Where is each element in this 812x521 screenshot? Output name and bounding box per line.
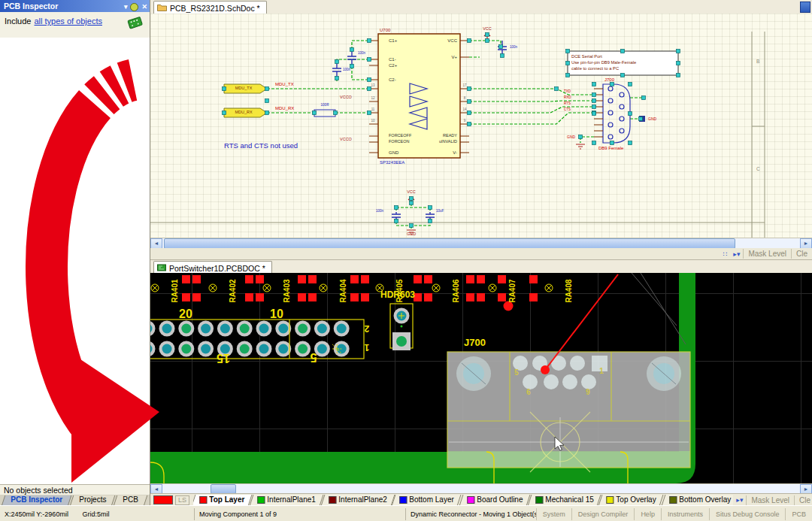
altium-window: PCB Inspector ▾ ✕ Includeall types of ob… <box>0 0 812 521</box>
clear-button[interactable]: Cle <box>794 495 812 505</box>
panel-tab-bar: PCB InspectorProjectsPCB <box>0 495 150 505</box>
status-menu-buttons: SystemDesign CompilerHelpInstrumentsSitu… <box>536 508 812 520</box>
schematic-hscrollbar[interactable]: ◄ ► <box>150 238 812 249</box>
pcb-tab-title: PortSwitcher1D.PCBDOC * <box>169 264 265 273</box>
include-filter-link[interactable]: all types of objects <box>34 17 102 26</box>
pcb-inspector-panel: PCB Inspector ▾ ✕ Includeall types of ob… <box>0 0 150 505</box>
panel-titlebar[interactable]: PCB Inspector ▾ ✕ <box>0 0 150 12</box>
pcb-doc-icon <box>157 264 166 273</box>
ratsnest-gray-lines <box>632 273 686 344</box>
ratsnest-endpoint-1 <box>504 301 514 311</box>
scrollbar-thumb[interactable] <box>164 238 735 249</box>
layer-color-icon <box>199 495 207 503</box>
status-bar: X:2450mil Y:-2960mil Grid:5mil Moving Co… <box>0 505 812 521</box>
selection-status: No objects selected <box>0 484 150 495</box>
status-button-design-compiler[interactable]: Design Compiler <box>571 508 635 520</box>
schematic-drawing <box>150 14 812 238</box>
scroll-right-icon[interactable]: ► <box>800 238 812 249</box>
layer-tabs: Top LayerInternalPlane1InternalPlane2Bot… <box>193 495 733 506</box>
transceiver-chip <box>369 34 469 158</box>
tab-scroll-button[interactable] <box>800 2 810 13</box>
mask-level-button[interactable]: Mask Level <box>743 249 791 259</box>
schematic-canvas[interactable]: U700SP3243EEAC1+C1-C2+C2-FORCEOFFFORCEON… <box>150 14 812 238</box>
panel-tab-pcb-inspector[interactable]: PCB Inspector <box>2 495 71 506</box>
resistor-array-pads <box>151 275 553 301</box>
hdr603-footprint <box>390 304 413 350</box>
header-pads <box>150 321 350 357</box>
layer-tab-mechanical-15[interactable]: Mechanical 15 <box>527 495 601 506</box>
pcb-chip-icon <box>126 15 144 32</box>
status-button-situs-debug-console[interactable]: Situs Debug Console <box>709 508 786 520</box>
snap-dots-icon[interactable]: ∷ <box>720 250 731 258</box>
schematic-doc-icon <box>157 4 167 13</box>
position-value: X:2450mil Y:-2960mil <box>5 510 68 518</box>
schematic-mask-bar: ∷ ▸▾ Mask Level Cle <box>150 248 812 259</box>
layer-color-icon <box>607 495 614 503</box>
schematic-tab-title: PCB_RS2321D.SchDoc * <box>170 4 260 13</box>
panel-menu-icon[interactable]: ▾ <box>124 1 128 13</box>
pcb-hscrollbar[interactable]: ◄ ► <box>150 483 812 494</box>
status-button-help[interactable]: Help <box>634 508 661 520</box>
panel-tab-pcb[interactable]: PCB <box>114 495 147 506</box>
editor-area: PCB_RS2321D.SchDoc * <box>150 0 812 505</box>
layer-tab-bottom-overlay[interactable]: Bottom Overlay <box>661 495 733 506</box>
db9-connector <box>603 84 630 143</box>
status-button-system[interactable]: System <box>536 508 571 520</box>
component-move-status: Moving Component 1 of 9 <box>194 508 405 520</box>
filter-icon[interactable]: ▸▾ <box>733 496 746 504</box>
layer-tab-internalplane2[interactable]: InternalPlane2 <box>320 495 394 506</box>
layer-color-icon <box>399 495 407 503</box>
panel-empty-area <box>0 38 150 484</box>
layer-color-icon <box>535 495 543 503</box>
ratsnest-endpoint-2 <box>541 365 550 374</box>
panel-close-icon[interactable]: ✕ <box>141 1 147 13</box>
status-button-pcb[interactable]: PCB <box>785 508 812 520</box>
pcb-canvas[interactable]: RA401RA402RA403RA404RA405RA406RA407RA408… <box>150 273 812 483</box>
status-button-instruments[interactable]: Instruments <box>661 508 709 520</box>
panel-title: PCB Inspector <box>4 2 58 11</box>
layer-tab-internalplane1[interactable]: InternalPlane1 <box>250 495 323 506</box>
pcb-tab-bar: PortSwitcher1D.PCBDOC * <box>150 259 812 274</box>
include-label: Include <box>5 17 31 26</box>
layer-tab-board-outline[interactable]: Board Outline <box>459 495 530 506</box>
layer-color-icon <box>669 495 677 503</box>
layer-tab-top-layer[interactable]: Top Layer <box>193 495 252 506</box>
grid-value: Grid:5mil <box>82 510 109 518</box>
panel-pin-icon[interactable] <box>130 3 138 11</box>
layer-tab-bottom-layer[interactable]: Bottom Layer <box>392 495 462 506</box>
filter-icon[interactable]: ▸▾ <box>730 250 743 258</box>
layer-color-icon <box>467 495 474 503</box>
clear-button[interactable]: Cle <box>791 249 812 259</box>
layer-tab-bar: LS Top LayerInternalPlane1InternalPlane2… <box>150 493 812 506</box>
layer-color-icon <box>257 495 265 503</box>
panel-tab-projects[interactable]: Projects <box>70 495 116 506</box>
mask-level-button[interactable]: Mask Level <box>746 495 794 505</box>
scrollbar-track[interactable] <box>735 238 800 249</box>
schematic-document-tab[interactable]: PCB_RS2321D.SchDoc * <box>153 1 267 14</box>
pcb-drawing <box>150 273 812 483</box>
schematic-tab-bar: PCB_RS2321D.SchDoc * <box>150 0 812 14</box>
layer-tab-top-overlay[interactable]: Top Overlay <box>598 495 664 506</box>
note-box <box>568 51 678 75</box>
dragged-component-j700 <box>447 352 690 472</box>
layer-set-button[interactable]: LS <box>175 495 189 505</box>
scroll-left-icon[interactable]: ◄ <box>150 238 162 249</box>
series-resistor <box>314 110 335 117</box>
cursor-position-status: X:2450mil Y:-2960mil Grid:5mil <box>0 508 194 520</box>
sheet-ports <box>224 84 267 117</box>
current-layer-swatch <box>153 495 173 504</box>
layer-color-icon <box>329 495 336 503</box>
mode-status: Dynamic Reconnector - Moving 1 Object(s)… <box>405 508 536 520</box>
